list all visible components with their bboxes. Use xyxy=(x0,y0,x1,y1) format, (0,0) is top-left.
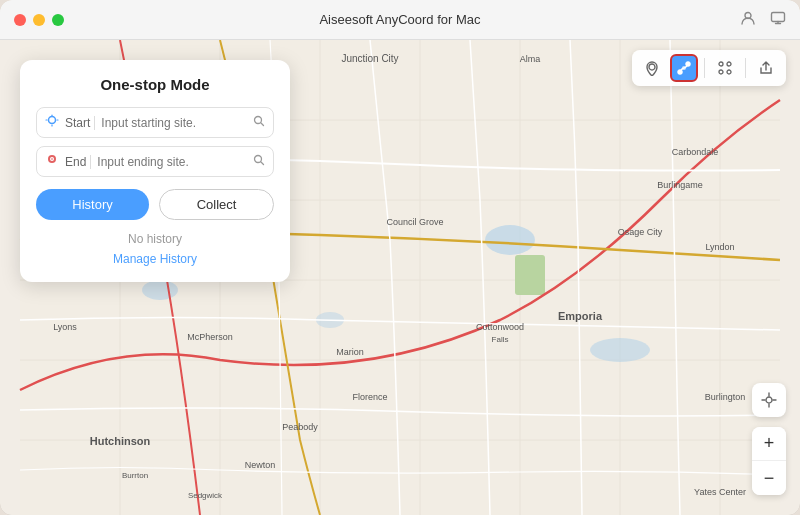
app-title: Aiseesoft AnyCoord for Mac xyxy=(319,12,480,27)
svg-point-15 xyxy=(485,225,535,255)
svg-text:Lyons: Lyons xyxy=(53,322,77,332)
svg-text:Falls: Falls xyxy=(492,335,509,344)
start-input[interactable] xyxy=(101,116,253,130)
svg-text:Florence: Florence xyxy=(352,392,387,402)
toolbar-divider2 xyxy=(745,58,746,78)
close-button[interactable] xyxy=(14,14,26,26)
mode-button-row: History Collect xyxy=(36,189,274,220)
map-container[interactable]: Junction City Alma Abilene Carbondale Bu… xyxy=(0,40,800,515)
svg-text:Newton: Newton xyxy=(245,460,276,470)
input-divider-end xyxy=(90,155,91,169)
start-search-icon xyxy=(253,115,265,130)
one-stop-panel: One-stop Mode Start xyxy=(20,60,290,282)
svg-rect-19 xyxy=(515,255,545,295)
my-location-button[interactable] xyxy=(752,383,786,417)
display-icon[interactable] xyxy=(770,10,786,29)
start-label: Start xyxy=(65,116,90,130)
location-pin-button[interactable] xyxy=(638,54,666,82)
toolbar-divider xyxy=(704,58,705,78)
svg-text:Cottonwood: Cottonwood xyxy=(476,322,524,332)
zoom-controls: + − xyxy=(752,383,786,495)
svg-text:Hutchinson: Hutchinson xyxy=(90,435,151,447)
manage-history-link[interactable]: Manage History xyxy=(36,252,274,266)
no-history-text: No history xyxy=(36,232,274,246)
svg-text:Emporia: Emporia xyxy=(558,310,603,322)
user-icon[interactable] xyxy=(740,10,756,29)
map-toolbar xyxy=(632,50,786,86)
svg-point-56 xyxy=(766,397,772,403)
zoom-button-group: + − xyxy=(752,427,786,495)
svg-text:Burlingame: Burlingame xyxy=(657,180,703,190)
end-input[interactable] xyxy=(97,155,253,169)
svg-text:Osage City: Osage City xyxy=(618,227,663,237)
svg-text:Junction City: Junction City xyxy=(341,53,398,64)
titlebar: Aiseesoft AnyCoord for Mac xyxy=(0,0,800,40)
titlebar-action-icons xyxy=(740,10,786,29)
svg-text:Alma: Alma xyxy=(520,54,541,64)
minimize-button[interactable] xyxy=(33,14,45,26)
svg-point-51 xyxy=(255,117,262,124)
multi-stop-button[interactable] xyxy=(711,54,739,82)
svg-text:Carbondale: Carbondale xyxy=(672,147,719,157)
app-window: Aiseesoft AnyCoord for Mac xyxy=(0,0,800,515)
svg-point-55 xyxy=(255,156,262,163)
svg-point-16 xyxy=(590,338,650,362)
input-divider-start xyxy=(94,116,95,130)
start-icon xyxy=(45,114,59,131)
svg-text:Lyndon: Lyndon xyxy=(705,242,734,252)
svg-point-49 xyxy=(727,70,731,74)
svg-point-50 xyxy=(49,117,56,124)
route-mode-button[interactable] xyxy=(670,54,698,82)
history-button[interactable]: History xyxy=(36,189,149,220)
svg-text:Council Grove: Council Grove xyxy=(386,217,443,227)
svg-text:Sedgwick: Sedgwick xyxy=(188,491,223,500)
end-search-icon xyxy=(253,154,265,169)
traffic-lights xyxy=(14,14,64,26)
zoom-out-button[interactable]: − xyxy=(752,461,786,495)
start-input-row: Start xyxy=(36,107,274,138)
svg-text:Peabody: Peabody xyxy=(282,422,318,432)
svg-text:Yates Center: Yates Center xyxy=(694,487,746,497)
maximize-button[interactable] xyxy=(52,14,64,26)
panel-title: One-stop Mode xyxy=(36,76,274,93)
svg-point-54 xyxy=(51,158,53,160)
svg-point-42 xyxy=(649,64,655,70)
svg-text:Marion: Marion xyxy=(336,347,364,357)
end-icon xyxy=(45,153,59,170)
svg-rect-1 xyxy=(772,13,785,22)
svg-text:Burlington: Burlington xyxy=(705,392,746,402)
svg-text:Burrton: Burrton xyxy=(122,471,148,480)
end-label: End xyxy=(65,155,86,169)
svg-point-17 xyxy=(142,280,178,300)
svg-point-46 xyxy=(719,62,723,66)
svg-text:McPherson: McPherson xyxy=(187,332,233,342)
collect-button[interactable]: Collect xyxy=(159,189,274,220)
export-button[interactable] xyxy=(752,54,780,82)
end-input-row: End xyxy=(36,146,274,177)
svg-point-47 xyxy=(727,62,731,66)
svg-point-48 xyxy=(719,70,723,74)
zoom-in-button[interactable]: + xyxy=(752,427,786,461)
